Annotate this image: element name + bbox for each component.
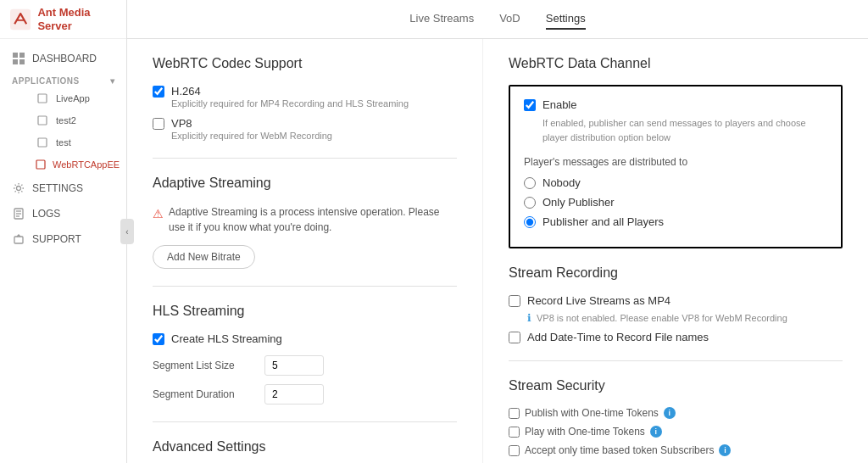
record-mp4-row: Record Live Streams as MP4 <box>509 294 843 307</box>
segment-list-size-label: Segment List Size <box>153 360 254 371</box>
distribution-all-players-label: Publisher and all Players <box>542 215 664 228</box>
sidebar-item-test2-label: test2 <box>56 115 76 126</box>
applications-toggle-icon[interactable]: ▾ <box>110 76 115 86</box>
segment-duration-label: Segment Duration <box>153 388 254 400</box>
right-panel: WebRTC Data Channel Enable If enabled, p… <box>483 39 868 463</box>
webrtc-codec-section: WebRTC Codec Support H.264 Explicitly re… <box>153 56 457 141</box>
vp8-note-text: VP8 is not enabled. Please enable VP8 fo… <box>537 313 787 323</box>
add-datetime-label: Add Date-Time to Record File names <box>527 331 709 343</box>
segment-list-size-row: Segment List Size <box>153 355 457 376</box>
adaptive-streaming-section: Adaptive Streaming ⚠ Adaptive Streaming … <box>153 176 457 269</box>
dashboard-icon <box>12 52 25 65</box>
svg-rect-5 <box>38 94 47 103</box>
svg-rect-8 <box>36 160 45 169</box>
sidebar-item-settings[interactable]: SETTINGS <box>0 176 126 201</box>
publish-onetimetoken-checkbox[interactable] <box>509 408 520 419</box>
webrtc-codec-title: WebRTC Codec Support <box>153 56 457 71</box>
add-datetime-checkbox[interactable] <box>509 332 520 343</box>
data-channel-enable-label: Enable <box>542 98 576 111</box>
sidebar-section-applications: APPLICATIONS ▾ <box>0 71 126 87</box>
time-based-token-checkbox[interactable] <box>509 445 520 456</box>
sidebar-item-dashboard[interactable]: DASHBOARD <box>0 46 126 71</box>
svg-rect-3 <box>13 59 18 64</box>
svg-point-9 <box>17 187 21 191</box>
warning-icon: ⚠ <box>153 205 164 223</box>
test2-icon <box>36 114 49 127</box>
sidebar-item-webrtcappee[interactable]: WebRTCAppEE <box>24 153 126 176</box>
sidebar-item-dashboard-label: DASHBOARD <box>32 53 97 64</box>
segment-list-size-input[interactable] <box>264 355 324 376</box>
hls-streaming-title: HLS Streaming <box>153 304 457 319</box>
vp8-sublabel: Explicitly required for WebM Recording <box>171 131 332 141</box>
vp8-checkbox[interactable] <box>153 118 164 130</box>
time-based-token-label: Accept only time based token Subscribers <box>525 444 714 456</box>
stream-recording-section: Stream Recording Record Live Streams as … <box>509 265 843 343</box>
record-mp4-checkbox[interactable] <box>509 295 520 307</box>
stream-security-section: Stream Security Publish with One-time To… <box>509 378 843 463</box>
create-hls-checkbox[interactable] <box>153 333 164 345</box>
data-channel-enable-checkbox[interactable] <box>524 99 536 111</box>
svg-rect-4 <box>19 59 25 64</box>
sidebar-item-liveapp-label: LiveApp <box>56 93 90 103</box>
vp8-note-row: ℹ VP8 is not enabled. Please enable VP8 … <box>527 312 843 324</box>
sidebar-item-test[interactable]: test <box>24 131 126 153</box>
adaptive-streaming-warning: ⚠ Adaptive Streaming is a process intens… <box>153 204 457 235</box>
sidebar-item-support-label: SUPPORT <box>32 233 81 245</box>
app-name: Ant Media Server <box>37 6 116 32</box>
distribution-all-players-radio[interactable] <box>524 216 536 228</box>
h264-checkbox[interactable] <box>153 86 164 98</box>
svg-rect-14 <box>14 237 23 243</box>
publish-onetimetoken-info-icon: i <box>664 407 676 419</box>
distribution-nobody-label: Nobody <box>542 176 581 189</box>
time-based-token-row: Accept only time based token Subscribers… <box>509 444 843 456</box>
test-icon <box>36 136 49 149</box>
segment-duration-row: Segment Duration <box>153 384 457 404</box>
adaptive-streaming-warning-text: Adaptive Streaming is a process intensiv… <box>169 204 457 235</box>
record-mp4-label: Record Live Streams as MP4 <box>527 294 670 307</box>
logs-icon <box>12 207 25 220</box>
webrtc-data-channel-box: Enable If enabled, publisher can send me… <box>509 85 843 248</box>
h264-row: H.264 Explicitly required for MP4 Record… <box>153 85 457 109</box>
distribution-nobody-row: Nobody <box>524 176 827 189</box>
play-onetimetoken-checkbox[interactable] <box>509 427 520 438</box>
svg-rect-1 <box>13 53 18 58</box>
adaptive-streaming-title: Adaptive Streaming <box>153 176 457 191</box>
add-bitrate-button[interactable]: Add New Bitrate <box>153 245 255 269</box>
main-content: Live Streams VoD Settings WebRTC Codec S… <box>127 0 868 463</box>
stream-security-title: Stream Security <box>509 378 843 393</box>
sidebar-item-support[interactable]: SUPPORT <box>0 226 126 252</box>
h264-sublabel: Explicitly required for MP4 Recording an… <box>171 98 409 109</box>
tab-settings[interactable]: Settings <box>546 8 586 30</box>
distribution-publisher-radio[interactable] <box>524 197 536 209</box>
advanced-settings-title: Advanced Settings <box>153 439 457 455</box>
play-onetimetoken-info-icon: i <box>650 426 662 438</box>
h264-label: H.264 <box>171 85 409 98</box>
tab-live-streams[interactable]: Live Streams <box>409 8 474 30</box>
liveapp-icon <box>36 92 49 105</box>
top-navigation: Live Streams VoD Settings <box>127 0 868 39</box>
support-icon <box>12 232 25 246</box>
data-channel-description: If enabled, publisher can send messages … <box>542 116 827 144</box>
svg-rect-2 <box>19 53 25 58</box>
hls-streaming-section: HLS Streaming Create HLS Streaming Segme… <box>153 304 457 404</box>
vp8-note-icon: ℹ <box>527 312 531 324</box>
distribution-publisher-row: Only Publisher <box>524 196 827 209</box>
data-channel-enable-row: Enable <box>524 98 827 111</box>
vp8-label: VP8 <box>171 117 332 130</box>
create-hls-label: Create HLS Streaming <box>171 332 282 345</box>
sidebar-item-test2[interactable]: test2 <box>24 109 126 131</box>
tab-vod[interactable]: VoD <box>499 8 520 30</box>
advanced-settings-section: Advanced Settings <box>153 439 457 455</box>
sidebar-item-logs[interactable]: LOGS <box>0 201 126 226</box>
webrtc-data-channel-title: WebRTC Data Channel <box>509 56 843 71</box>
sidebar-collapse-button[interactable]: ‹ <box>120 219 134 244</box>
vp8-row: VP8 Explicitly required for WebM Recordi… <box>153 117 457 141</box>
distribution-publisher-label: Only Publisher <box>542 196 615 209</box>
distribution-nobody-radio[interactable] <box>524 177 536 189</box>
time-based-token-info-icon: i <box>719 444 731 456</box>
create-hls-row: Create HLS Streaming <box>153 332 457 345</box>
sidebar-item-settings-label: SETTINGS <box>32 182 83 194</box>
segment-duration-input[interactable] <box>264 384 324 404</box>
sidebar-item-liveapp[interactable]: LiveApp <box>24 87 126 109</box>
app-logo: Ant Media Server <box>0 0 126 39</box>
